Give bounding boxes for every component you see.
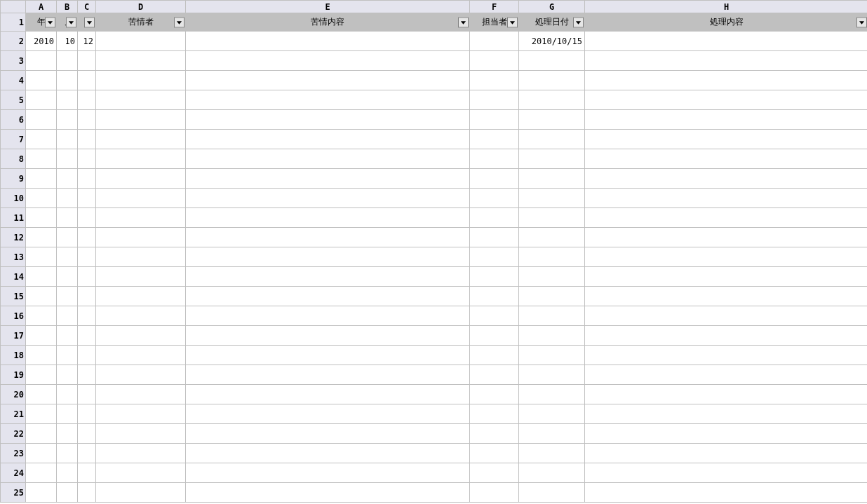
cell-F8[interactable] [470, 149, 519, 169]
cell-H20[interactable] [585, 385, 868, 404]
cell-B16[interactable] [57, 306, 78, 326]
cell-H7[interactable] [585, 130, 868, 149]
cell-D7[interactable] [96, 130, 186, 149]
cell-D14[interactable] [96, 267, 186, 287]
row-header-24[interactable]: 24 [1, 463, 26, 483]
cell-E4[interactable] [186, 71, 470, 90]
cell-E22[interactable] [186, 424, 470, 444]
filter-header-G[interactable]: 処理日付 [519, 13, 585, 32]
row-header-18[interactable]: 18 [1, 346, 26, 365]
cell-A16[interactable] [26, 306, 57, 326]
cell-A10[interactable] [26, 189, 57, 208]
cell-D18[interactable] [96, 346, 186, 365]
cell-G19[interactable] [519, 365, 585, 385]
filter-header-C[interactable] [78, 13, 96, 32]
cell-A23[interactable] [26, 444, 57, 463]
cell-H9[interactable] [585, 169, 868, 189]
cell-E10[interactable] [186, 189, 470, 208]
cell-F15[interactable] [470, 287, 519, 306]
cell-F6[interactable] [470, 110, 519, 130]
cell-G18[interactable] [519, 346, 585, 365]
cell-G14[interactable] [519, 267, 585, 287]
row-header-3[interactable]: 3 [1, 51, 26, 71]
cell-D11[interactable] [96, 208, 186, 228]
cell-G8[interactable] [519, 149, 585, 169]
cell-F24[interactable] [470, 463, 519, 483]
cell-H3[interactable] [585, 51, 868, 71]
cell-E19[interactable] [186, 365, 470, 385]
cell-H17[interactable] [585, 326, 868, 346]
cell-D16[interactable] [96, 306, 186, 326]
cell-B6[interactable] [57, 110, 78, 130]
cell-F21[interactable] [470, 404, 519, 424]
cell-F11[interactable] [470, 208, 519, 228]
cell-A4[interactable] [26, 71, 57, 90]
cell-A8[interactable] [26, 149, 57, 169]
cell-E9[interactable] [186, 169, 470, 189]
cell-F9[interactable] [470, 169, 519, 189]
cell-H15[interactable] [585, 287, 868, 306]
row-header-15[interactable]: 15 [1, 287, 26, 306]
cell-D23[interactable] [96, 444, 186, 463]
cell-F7[interactable] [470, 130, 519, 149]
cell-E13[interactable] [186, 247, 470, 267]
cell-F23[interactable] [470, 444, 519, 463]
cell-E8[interactable] [186, 149, 470, 169]
filter-dropdown-icon[interactable] [84, 17, 95, 27]
column-header-A[interactable]: A [26, 1, 57, 13]
cell-A25[interactable] [26, 483, 57, 503]
cell-D21[interactable] [96, 404, 186, 424]
cell-F25[interactable] [470, 483, 519, 503]
spreadsheet[interactable]: ABCDEFGH 1年月苦情者苦情内容担当者処理日付処理内容 220101012… [0, 0, 867, 503]
cell-G11[interactable] [519, 208, 585, 228]
cell-C2[interactable]: 12 [78, 32, 96, 51]
cell-B19[interactable] [57, 365, 78, 385]
cell-B15[interactable] [57, 287, 78, 306]
row-header-21[interactable]: 21 [1, 404, 26, 424]
column-header-C[interactable]: C [78, 1, 96, 13]
cell-G6[interactable] [519, 110, 585, 130]
cell-B12[interactable] [57, 228, 78, 247]
cell-H23[interactable] [585, 444, 868, 463]
cell-E17[interactable] [186, 326, 470, 346]
cell-E25[interactable] [186, 483, 470, 503]
cell-D13[interactable] [96, 247, 186, 267]
cell-H5[interactable] [585, 90, 868, 110]
cell-H11[interactable] [585, 208, 868, 228]
cell-D20[interactable] [96, 385, 186, 404]
cell-H6[interactable] [585, 110, 868, 130]
cell-F14[interactable] [470, 267, 519, 287]
filter-header-A[interactable]: 年 [26, 13, 57, 32]
filter-dropdown-icon[interactable] [856, 17, 867, 27]
row-header-4[interactable]: 4 [1, 71, 26, 90]
cell-C22[interactable] [78, 424, 96, 444]
cell-H21[interactable] [585, 404, 868, 424]
cell-B2[interactable]: 10 [57, 32, 78, 51]
cell-C19[interactable] [78, 365, 96, 385]
cell-D4[interactable] [96, 71, 186, 90]
cell-D24[interactable] [96, 463, 186, 483]
cell-E21[interactable] [186, 404, 470, 424]
cell-F13[interactable] [470, 247, 519, 267]
cell-G9[interactable] [519, 169, 585, 189]
cell-A5[interactable] [26, 90, 57, 110]
cell-E6[interactable] [186, 110, 470, 130]
row-header-11[interactable]: 11 [1, 208, 26, 228]
cell-B11[interactable] [57, 208, 78, 228]
cell-B14[interactable] [57, 267, 78, 287]
filter-dropdown-icon[interactable] [507, 17, 518, 27]
cell-F18[interactable] [470, 346, 519, 365]
cell-F4[interactable] [470, 71, 519, 90]
cell-E2[interactable] [186, 32, 470, 51]
row-header-10[interactable]: 10 [1, 189, 26, 208]
row-header-7[interactable]: 7 [1, 130, 26, 149]
cell-B13[interactable] [57, 247, 78, 267]
cell-D19[interactable] [96, 365, 186, 385]
cell-D2[interactable] [96, 32, 186, 51]
cell-C24[interactable] [78, 463, 96, 483]
cell-E23[interactable] [186, 444, 470, 463]
cell-C8[interactable] [78, 149, 96, 169]
cell-C5[interactable] [78, 90, 96, 110]
cell-H14[interactable] [585, 267, 868, 287]
cell-B8[interactable] [57, 149, 78, 169]
